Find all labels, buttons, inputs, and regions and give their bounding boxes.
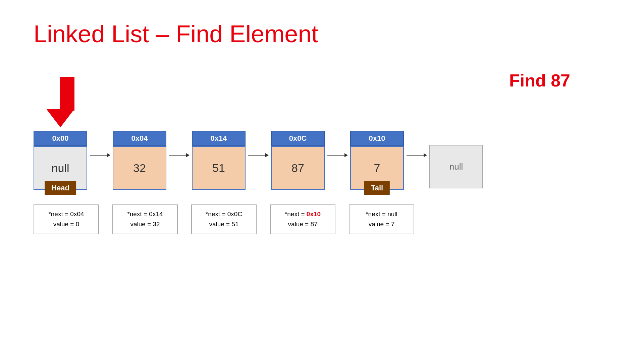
- node-0x0C: 0x0C 87: [271, 131, 325, 190]
- node-0x10: 0x10 7 Tail: [350, 131, 404, 190]
- node-0x04: 0x04 32: [113, 131, 166, 190]
- arrow-4: [407, 155, 427, 156]
- info-box-2: *next = 0x0C value = 51: [191, 204, 257, 234]
- node-0x0C-body: 87: [271, 146, 325, 190]
- info-box-1: *next = 0x14 value = 32: [112, 204, 178, 234]
- node-0x04-body: 32: [113, 146, 166, 190]
- node-0x00-address: 0x00: [34, 131, 87, 146]
- arrow-line-1: [169, 155, 189, 156]
- arrow-line-3: [327, 155, 347, 156]
- info-row: *next = 0x04 value = 0 *next = 0x14 valu…: [34, 204, 428, 234]
- info-box-4-next: *next = null: [353, 209, 410, 219]
- info-box-3-next: *next = 0x10: [274, 209, 331, 219]
- node-0x04-address: 0x04: [113, 131, 166, 146]
- down-arrow-head: [46, 109, 74, 127]
- arrow-line-2: [248, 155, 268, 156]
- info-box-0-value: value = 0: [38, 219, 95, 229]
- find-label: Find 87: [509, 70, 570, 90]
- info-box-1-next: *next = 0x14: [116, 209, 174, 219]
- nodes-row: 0x00 null Head 0x04 32 0x14 51 0x0C 87 0…: [34, 131, 483, 190]
- info-box-4-value: value = 7: [353, 219, 410, 229]
- down-arrow-shaft: [60, 77, 74, 111]
- node-0x00-badge: Head: [45, 181, 76, 195]
- node-0x14: 0x14 51: [192, 131, 246, 190]
- arrow-2: [248, 155, 268, 156]
- arrow-1: [169, 155, 189, 156]
- page-title: Linked List – Find Element: [34, 20, 318, 48]
- node-0x00: 0x00 null Head: [34, 131, 87, 190]
- arrow-line-0: [90, 155, 110, 156]
- null-end-node: null: [429, 145, 483, 188]
- node-0x14-address: 0x14: [192, 131, 246, 146]
- info-box-2-next: *next = 0x0C: [195, 209, 253, 219]
- info-box-3-next-red: 0x10: [307, 210, 321, 218]
- arrow-3: [327, 155, 347, 156]
- info-box-1-value: value = 32: [116, 219, 174, 229]
- info-box-3: *next = 0x10 value = 87: [270, 204, 335, 234]
- node-0x10-address: 0x10: [350, 131, 404, 146]
- node-0x0C-address: 0x0C: [271, 131, 325, 146]
- info-box-3-value: value = 87: [274, 219, 331, 229]
- arrow-0: [90, 155, 110, 156]
- info-box-2-value: value = 51: [195, 219, 253, 229]
- info-box-0: *next = 0x04 value = 0: [34, 204, 99, 234]
- node-0x10-badge: Tail: [364, 181, 390, 195]
- info-box-0-next: *next = 0x04: [38, 209, 95, 219]
- arrow-line-4: [407, 155, 427, 156]
- info-box-4: *next = null value = 7: [349, 204, 414, 234]
- node-0x14-body: 51: [192, 146, 246, 190]
